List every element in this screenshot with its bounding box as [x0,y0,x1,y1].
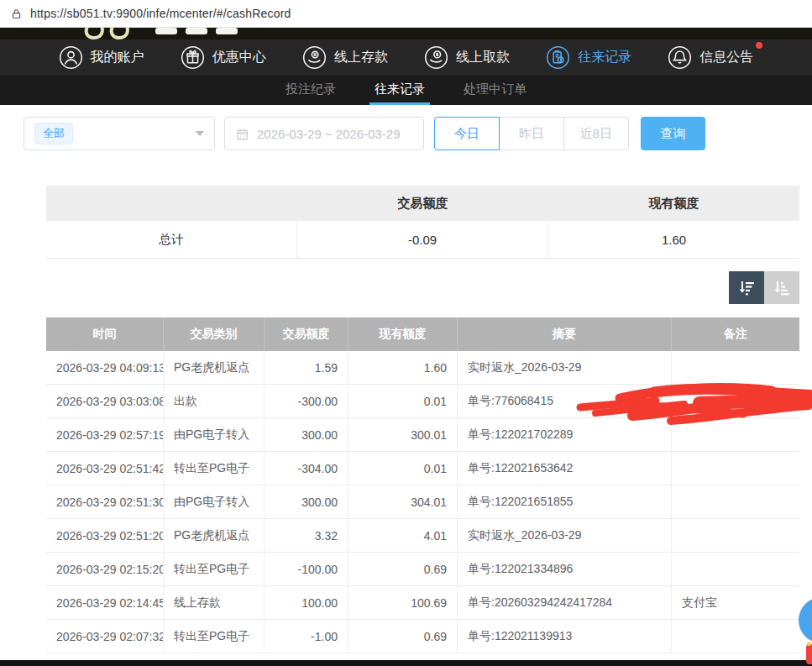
sort-ascending-icon [772,278,792,298]
summary-total-label: 总计 [46,221,297,258]
cell-balance: 300.01 [348,418,458,451]
nav-label: 信息公告 [699,49,753,66]
cell-type: PG老虎机返点 [164,519,265,552]
nav-label: 线上存款 [334,49,388,66]
browser-url-bar[interactable]: https://sb051.tv:9900/infe/mcenter/#/cas… [0,0,812,28]
cell-balance: 1.60 [348,351,458,384]
sub-navigation: 投注纪录 往来记录 处理中订单 [0,76,812,105]
sort-controls [729,271,799,304]
cell-summary: 单号:122021702289 [458,418,672,451]
nav-cash-records[interactable]: 往来记录 [546,45,631,70]
transactions-table: 时间 交易类别 交易额度 现有额度 摘要 备注 2026-03-29 04:09… [46,317,799,653]
cell-time: 2026-03-29 02:51:30 [46,485,164,518]
type-select-value[interactable]: 全部 [34,123,73,144]
user-icon [59,45,83,70]
cell-balance: 4.01 [348,519,458,552]
cell-summary: 实时返水_2026-03-29 [458,519,672,552]
cell-balance: 0.01 [348,452,458,485]
tab-bet-records[interactable]: 投注纪录 [280,76,341,105]
today-button[interactable]: 今日 [434,117,500,150]
gift-icon [181,45,205,70]
type-select[interactable]: 全部 [24,117,215,150]
table-row: 2026-03-29 02:57:19 由PG电子转入 300.00 300.0… [46,418,799,452]
cell-note [672,385,799,417]
cell-amount: -100.00 [265,553,348,585]
table-row: 2026-03-29 02:51:30 由PG电子转入 300.00 304.0… [46,485,799,519]
sort-ascending-button[interactable] [764,271,799,304]
deposit-icon [302,45,327,70]
nav-my-account[interactable]: 我的账户 [59,45,144,70]
cell-amount: 3.32 [265,519,348,552]
nav-promotions[interactable]: 优惠中心 [181,45,266,70]
table-row: 2026-03-29 02:07:32 转出至PG电子 -1.00 0.69 单… [46,620,799,653]
summary-trade-amount: -0.09 [297,221,548,258]
cell-type: PG老虎机返点 [164,351,265,384]
withdraw-icon [424,45,448,70]
url-text[interactable]: https://sb051.tv:9900/infe/mcenter/#/cas… [30,7,291,20]
nav-announcements[interactable]: 信息公告 [668,45,753,70]
main-navigation: 我的账户 优惠中心 线上存款 线上取款 往来记录 信息公告 [0,39,812,76]
cell-note [672,519,799,552]
cell-note [672,553,799,585]
cell-balance: 0.69 [348,620,458,653]
summary-header-empty [46,186,297,221]
col-header-amount: 交易额度 [265,317,348,351]
cell-balance: 0.69 [348,553,458,585]
cell-summary: 单号:202603294242417284 [458,586,672,619]
table-row: 2026-03-29 03:03:08 出款 -300.00 0.01 单号:7… [46,385,799,418]
table-header-row: 时间 交易类别 交易额度 现有额度 摘要 备注 [46,317,799,351]
col-header-type: 交易类别 [164,317,265,351]
tab-cash-records[interactable]: 往来记录 [369,76,430,105]
cell-amount: 300.00 [265,485,348,518]
summary-header-row: 交易额度 现有额度 [46,186,799,221]
date-range-input[interactable]: 2026-03-29 ~ 2026-03-29 [224,117,424,150]
site-logo-partial [71,28,281,39]
cell-note [672,351,799,384]
sort-descending-button[interactable] [729,271,764,304]
cell-summary: 单号:122021653642 [458,452,672,485]
tab-pending-orders[interactable]: 处理中订单 [458,76,532,105]
chat-widget-button[interactable] [799,597,812,643]
summary-current-amount: 1.60 [548,221,799,258]
cell-note [672,418,799,451]
col-header-note: 备注 [672,317,799,351]
nav-label: 线上取款 [456,49,510,66]
cell-time: 2026-03-29 02:15:20 [46,553,164,585]
table-row: 2026-03-29 02:15:20 转出至PG电子 -100.00 0.69… [46,553,799,586]
summary-header-balance: 现有额度 [548,186,799,221]
cell-summary: 单号:122021334896 [458,553,672,585]
cell-note [672,485,799,518]
cell-type: 由PG电子转入 [164,485,265,518]
col-header-time: 时间 [46,317,164,351]
bottom-bar [0,660,812,666]
cell-type: 转出至PG电子 [164,452,265,485]
cell-amount: 100.00 [265,586,348,619]
table-row: 2026-03-29 04:09:13 PG老虎机返点 1.59 1.60 实时… [46,351,799,385]
yesterday-button[interactable]: 昨日 [499,117,564,150]
cell-time: 2026-03-29 02:51:42 [46,452,164,485]
cell-time: 2026-03-29 03:03:08 [46,385,164,417]
cell-summary: 单号:122021139913 [458,620,672,653]
cell-type: 由PG电子转入 [164,418,265,451]
nav-withdraw[interactable]: 线上取款 [424,45,510,70]
date-range-value: 2026-03-29 ~ 2026-03-29 [257,127,401,141]
cell-amount: 300.00 [265,418,348,451]
last-8-days-button[interactable]: 近8日 [563,117,629,150]
summary-table: 交易额度 现有额度 总计 -0.09 1.60 [46,186,799,259]
cell-amount: 1.59 [265,351,348,384]
nav-label: 我的账户 [91,49,144,66]
cell-type: 转出至PG电子 [164,620,265,653]
cell-type: 出款 [164,385,265,417]
cell-amount: -304.00 [265,452,348,485]
search-button[interactable]: 查询 [641,117,705,150]
cell-time: 2026-03-29 02:07:32 [46,620,164,653]
summary-header-trade: 交易额度 [297,186,548,221]
sort-descending-icon [736,278,757,298]
nav-deposit[interactable]: 线上存款 [302,45,388,70]
cell-note [672,452,799,485]
floating-sidebar-handle[interactable] [806,644,812,664]
chevron-down-icon [196,131,204,136]
cell-time: 2026-03-29 02:14:45 [46,586,164,619]
col-header-summary: 摘要 [458,317,672,351]
cell-amount: -300.00 [265,385,348,417]
